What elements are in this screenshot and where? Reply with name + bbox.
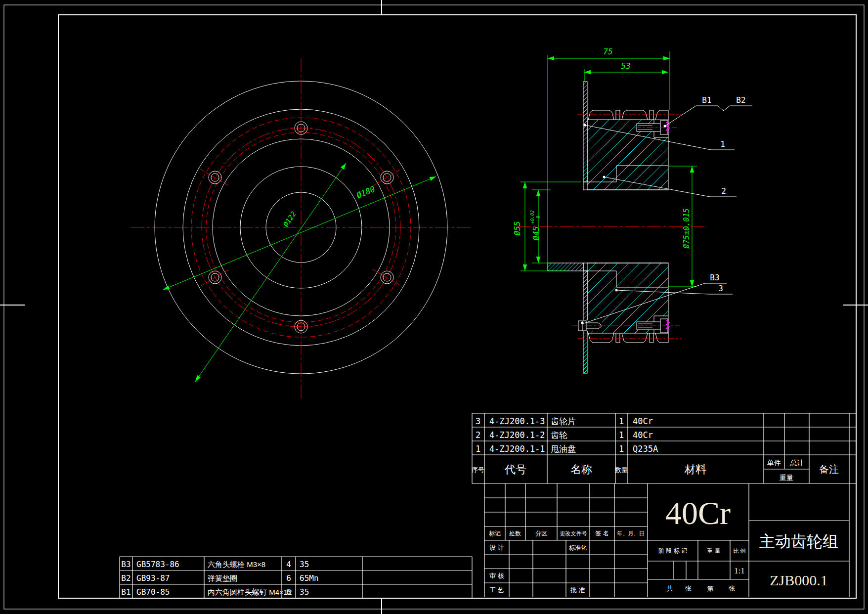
material-big: 40Cr [665,495,731,531]
balloon-b1: B1 [702,95,711,105]
part-qty: 1 [619,444,624,454]
part-material: 40Cr [633,430,653,440]
dim-line-d122 [195,163,346,382]
title-main-cells: 40Cr 阶 段 标 记 重 量 比 例 1:1 共 张 第 张 主动齿轮组 Z… [658,495,838,592]
gear-teeth-lower [588,333,668,343]
drawing-canvas: Ø180 Ø122 [0,0,868,614]
bolt-row: B2 GB93-87 弹簧垫圈 6 65Mn [121,573,318,583]
revision-block: 标记 处数 分区 更改文件号 签 名 年、月、日 设 计 标准化 审 核 工 艺… [489,530,645,594]
section-view: 75 53 Ø55 Ø45 +0.02 0 Ø75±0.015 B1 B2 [513,47,752,373]
title-block-lines [472,413,856,597]
centering-marks [0,0,868,614]
bolt-std: GB70-85 [136,587,170,597]
part-code: 4-ZJ200.1-2 [489,430,545,440]
label-standardize: 标准化 [569,544,587,551]
dim-text-53: 53 [621,61,630,71]
part-qty: 1 [619,430,624,440]
label-zone: 分区 [535,530,547,537]
front-view: Ø180 Ø122 [130,58,472,398]
bolt-name: 弹簧垫圈 [208,574,237,582]
label-stage-mark: 阶 段 标 记 [658,547,687,554]
balloon-b3: B3 [710,273,719,282]
dim-text-d45: Ø45 +0.02 0 [530,210,541,240]
header-seq: 序号 [472,466,484,474]
part-code: 4-ZJ200.1-3 [489,416,545,426]
header-weight: 重量 [780,474,793,482]
label-sheets-unit: 张 [685,585,692,592]
label-sheet-no-unit: 张 [729,585,736,592]
bolt-std: GB93-87 [136,573,170,583]
bolt-qty: 6 [286,587,291,597]
header-code: 代号 [504,463,526,476]
bolt-material: 65Mn [300,573,319,583]
bolt-std: GB5783-86 [136,560,179,569]
svg-text:+0.02: +0.02 [530,210,535,223]
label-design: 设 计 [489,544,504,551]
label-count: 处数 [509,530,521,537]
bolt-table: B3 GB5783-86 六角头螺栓 M3×8 4 35 B2 GB93-87 … [120,557,472,598]
label-approve: 批 准 [570,586,585,594]
bolt-name: 六角头螺栓 M3×8 [208,560,265,569]
dim-text-d180: Ø180 [355,184,376,200]
dim-text-75: 75 [603,47,612,56]
svg-text:0: 0 [536,216,541,218]
part-name: 甩油盘 [551,444,576,454]
svg-text:Ø45: Ø45 [531,226,541,241]
drawing-number: ZJB000.1 [770,572,828,588]
dim-text-d122: Ø122 [282,210,298,228]
dim-text-d55: Ø55 [513,221,522,236]
label-sign: 签 名 [595,530,608,537]
parts-table: 3 4-ZJ200.1-3 齿轮片 1 40Cr 2 4-ZJ200.1-2 齿… [472,416,839,482]
label-sheets-total: 共 [667,585,673,592]
bolt-material: 35 [300,560,309,569]
label-weight: 重 量 [707,547,720,554]
bolt-code: B3 [121,560,130,569]
parts-row: 2 4-ZJ200.1-2 齿轮 1 40Cr [476,430,653,440]
part-qty: 1 [619,416,624,426]
header-total: 总计 [790,459,804,467]
part-material: Q235A [633,444,658,454]
bolt-row: B1 GB70-85 内六角圆柱头螺钉 M4×12 6 35 [121,587,309,597]
dim-line-d180 [163,176,436,290]
dim-text-d75: Ø75±0.015 [682,208,691,248]
header-name: 名称 [570,463,592,476]
sheet-border [0,0,868,614]
bolt-qty: 6 [286,573,291,583]
oil-slinger-foot [548,263,583,271]
bolt-code: B2 [121,573,130,583]
label-process: 工 艺 [489,586,504,594]
label-check: 审 核 [489,572,504,579]
label-date: 年、月、日 [617,530,645,536]
bolt-material: 35 [300,587,309,597]
header-qty: 数量 [614,466,628,474]
drawing-title: 主动齿轮组 [759,532,838,550]
label-sheet-no: 第 [707,585,714,592]
gear-teeth-upper [588,110,668,120]
balloon-3: 3 [718,284,723,293]
part-name: 齿轮片 [551,417,576,426]
cad-drawing-sheet: Ø180 Ø122 [0,0,868,614]
scale-value: 1:1 [734,566,745,575]
header-material: 材料 [684,463,706,476]
front-view-dimensions: Ø180 Ø122 [163,163,436,382]
part-name: 齿轮 [551,431,567,440]
balloon-2: 2 [721,186,726,196]
bolt-row: B3 GB5783-86 六角头螺栓 M3×8 4 35 [121,560,309,569]
label-scale: 比 例 [733,548,745,554]
bolt-code: B1 [121,587,130,597]
part-material: 40Cr [633,416,653,426]
header-remark: 备注 [819,464,839,475]
label-mark: 标记 [489,530,501,537]
header-unit: 单件 [767,459,781,467]
part-seq: 1 [476,444,480,454]
part-code: 4-ZJ200.1-1 [489,444,545,454]
oil-slinger-plate-upper [583,82,587,182]
label-change-doc: 更改文件号 [560,530,587,536]
bolt-name: 内六角圆柱头螺钉 M4×12 [208,588,292,596]
parts-row: 1 4-ZJ200.1-1 甩油盘 1 Q235A [476,444,658,454]
balloon-1: 1 [720,139,725,149]
balloon-b2: B2 [736,95,745,105]
part-seq: 3 [476,416,480,426]
part-seq: 2 [476,430,480,440]
bolt-qty: 4 [286,560,291,569]
